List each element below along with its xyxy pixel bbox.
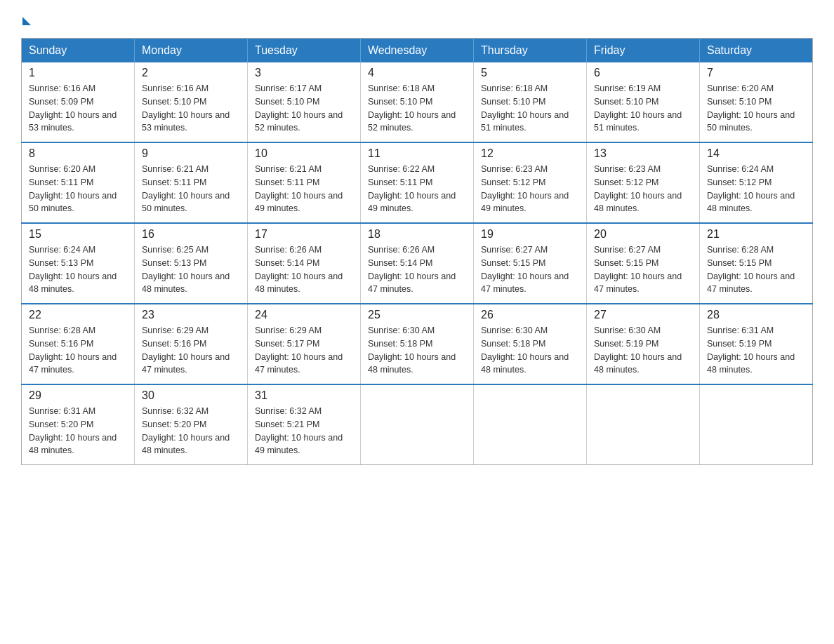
calendar-cell: 21 Sunrise: 6:28 AMSunset: 5:15 PMDaylig…	[700, 223, 813, 304]
day-number: 7	[707, 67, 805, 79]
day-number: 5	[481, 67, 579, 79]
calendar-cell: 10 Sunrise: 6:21 AMSunset: 5:11 PMDaylig…	[248, 142, 361, 223]
day-number: 4	[368, 67, 466, 79]
calendar-cell: 16 Sunrise: 6:25 AMSunset: 5:13 PMDaylig…	[135, 223, 248, 304]
weekday-header-wednesday: Wednesday	[361, 39, 474, 63]
weekday-header-tuesday: Tuesday	[248, 39, 361, 63]
day-number: 9	[142, 147, 240, 160]
day-number: 3	[255, 67, 353, 79]
page-header	[21, 14, 813, 24]
day-number: 1	[29, 67, 127, 79]
calendar-cell: 7 Sunrise: 6:20 AMSunset: 5:10 PMDayligh…	[700, 62, 813, 142]
calendar-cell: 26 Sunrise: 6:30 AMSunset: 5:18 PMDaylig…	[474, 304, 587, 384]
calendar-cell	[361, 384, 474, 465]
day-info: Sunrise: 6:22 AMSunset: 5:11 PMDaylight:…	[368, 163, 466, 215]
calendar-cell: 31 Sunrise: 6:32 AMSunset: 5:21 PMDaylig…	[248, 384, 361, 465]
day-number: 27	[594, 309, 692, 321]
calendar-cell: 3 Sunrise: 6:17 AMSunset: 5:10 PMDayligh…	[248, 62, 361, 142]
calendar-cell: 23 Sunrise: 6:29 AMSunset: 5:16 PMDaylig…	[135, 304, 248, 384]
day-number: 31	[255, 389, 353, 402]
day-info: Sunrise: 6:32 AMSunset: 5:20 PMDaylight:…	[142, 405, 240, 457]
calendar-cell: 11 Sunrise: 6:22 AMSunset: 5:11 PMDaylig…	[361, 142, 474, 223]
day-number: 30	[142, 389, 240, 402]
day-info: Sunrise: 6:23 AMSunset: 5:12 PMDaylight:…	[594, 163, 692, 215]
day-info: Sunrise: 6:26 AMSunset: 5:14 PMDaylight:…	[255, 243, 353, 296]
day-number: 13	[594, 147, 692, 160]
day-info: Sunrise: 6:32 AMSunset: 5:21 PMDaylight:…	[255, 405, 353, 457]
calendar-cell: 24 Sunrise: 6:29 AMSunset: 5:17 PMDaylig…	[248, 304, 361, 384]
day-info: Sunrise: 6:18 AMSunset: 5:10 PMDaylight:…	[368, 82, 466, 135]
calendar-cell: 5 Sunrise: 6:18 AMSunset: 5:10 PMDayligh…	[474, 62, 587, 142]
day-number: 11	[368, 147, 466, 160]
day-info: Sunrise: 6:25 AMSunset: 5:13 PMDaylight:…	[142, 243, 240, 296]
day-info: Sunrise: 6:30 AMSunset: 5:18 PMDaylight:…	[481, 324, 579, 377]
weekday-header-sunday: Sunday	[22, 39, 135, 63]
day-number: 19	[481, 228, 579, 241]
calendar-table: SundayMondayTuesdayWednesdayThursdayFrid…	[21, 38, 813, 465]
day-info: Sunrise: 6:20 AMSunset: 5:11 PMDaylight:…	[29, 163, 127, 215]
calendar-cell: 27 Sunrise: 6:30 AMSunset: 5:19 PMDaylig…	[587, 304, 700, 384]
day-info: Sunrise: 6:24 AMSunset: 5:13 PMDaylight:…	[29, 243, 127, 296]
day-number: 2	[142, 67, 240, 79]
calendar-cell: 6 Sunrise: 6:19 AMSunset: 5:10 PMDayligh…	[587, 62, 700, 142]
day-info: Sunrise: 6:20 AMSunset: 5:10 PMDaylight:…	[707, 82, 805, 135]
day-number: 25	[368, 309, 466, 321]
day-info: Sunrise: 6:17 AMSunset: 5:10 PMDaylight:…	[255, 82, 353, 135]
day-number: 16	[142, 228, 240, 241]
calendar-week-row: 29 Sunrise: 6:31 AMSunset: 5:20 PMDaylig…	[22, 384, 813, 465]
calendar-cell: 2 Sunrise: 6:16 AMSunset: 5:10 PMDayligh…	[135, 62, 248, 142]
calendar-cell: 20 Sunrise: 6:27 AMSunset: 5:15 PMDaylig…	[587, 223, 700, 304]
day-info: Sunrise: 6:16 AMSunset: 5:10 PMDaylight:…	[142, 82, 240, 135]
day-info: Sunrise: 6:28 AMSunset: 5:15 PMDaylight:…	[707, 243, 805, 296]
calendar-cell: 28 Sunrise: 6:31 AMSunset: 5:19 PMDaylig…	[700, 304, 813, 384]
day-number: 15	[29, 228, 127, 241]
day-number: 6	[594, 67, 692, 79]
logo-arrow-icon	[22, 17, 31, 25]
weekday-header-friday: Friday	[587, 39, 700, 63]
day-info: Sunrise: 6:29 AMSunset: 5:16 PMDaylight:…	[142, 324, 240, 377]
calendar-cell	[474, 384, 587, 465]
calendar-cell: 1 Sunrise: 6:16 AMSunset: 5:09 PMDayligh…	[22, 62, 135, 142]
day-number: 8	[29, 147, 127, 160]
calendar-cell: 13 Sunrise: 6:23 AMSunset: 5:12 PMDaylig…	[587, 142, 700, 223]
day-info: Sunrise: 6:31 AMSunset: 5:20 PMDaylight:…	[29, 405, 127, 457]
day-number: 29	[29, 389, 127, 402]
weekday-header-monday: Monday	[135, 39, 248, 63]
weekday-header-row: SundayMondayTuesdayWednesdayThursdayFrid…	[22, 39, 813, 63]
day-info: Sunrise: 6:23 AMSunset: 5:12 PMDaylight:…	[481, 163, 579, 215]
calendar-cell: 17 Sunrise: 6:26 AMSunset: 5:14 PMDaylig…	[248, 223, 361, 304]
day-info: Sunrise: 6:30 AMSunset: 5:18 PMDaylight:…	[368, 324, 466, 377]
day-info: Sunrise: 6:19 AMSunset: 5:10 PMDaylight:…	[594, 82, 692, 135]
day-number: 12	[481, 147, 579, 160]
day-info: Sunrise: 6:27 AMSunset: 5:15 PMDaylight:…	[481, 243, 579, 296]
calendar-cell	[700, 384, 813, 465]
day-info: Sunrise: 6:28 AMSunset: 5:16 PMDaylight:…	[29, 324, 127, 377]
logo	[21, 14, 31, 24]
calendar-cell: 30 Sunrise: 6:32 AMSunset: 5:20 PMDaylig…	[135, 384, 248, 465]
calendar-cell	[587, 384, 700, 465]
calendar-cell: 19 Sunrise: 6:27 AMSunset: 5:15 PMDaylig…	[474, 223, 587, 304]
calendar-cell: 4 Sunrise: 6:18 AMSunset: 5:10 PMDayligh…	[361, 62, 474, 142]
day-info: Sunrise: 6:29 AMSunset: 5:17 PMDaylight:…	[255, 324, 353, 377]
weekday-header-saturday: Saturday	[700, 39, 813, 63]
day-info: Sunrise: 6:21 AMSunset: 5:11 PMDaylight:…	[255, 163, 353, 215]
calendar-week-row: 1 Sunrise: 6:16 AMSunset: 5:09 PMDayligh…	[22, 62, 813, 142]
day-info: Sunrise: 6:30 AMSunset: 5:19 PMDaylight:…	[594, 324, 692, 377]
calendar-cell: 14 Sunrise: 6:24 AMSunset: 5:12 PMDaylig…	[700, 142, 813, 223]
day-number: 18	[368, 228, 466, 241]
calendar-cell: 8 Sunrise: 6:20 AMSunset: 5:11 PMDayligh…	[22, 142, 135, 223]
day-number: 21	[707, 228, 805, 241]
day-info: Sunrise: 6:24 AMSunset: 5:12 PMDaylight:…	[707, 163, 805, 215]
calendar-cell: 25 Sunrise: 6:30 AMSunset: 5:18 PMDaylig…	[361, 304, 474, 384]
day-info: Sunrise: 6:18 AMSunset: 5:10 PMDaylight:…	[481, 82, 579, 135]
day-number: 24	[255, 309, 353, 321]
day-number: 17	[255, 228, 353, 241]
calendar-cell: 9 Sunrise: 6:21 AMSunset: 5:11 PMDayligh…	[135, 142, 248, 223]
day-number: 14	[707, 147, 805, 160]
day-number: 20	[594, 228, 692, 241]
day-info: Sunrise: 6:27 AMSunset: 5:15 PMDaylight:…	[594, 243, 692, 296]
day-number: 26	[481, 309, 579, 321]
calendar-cell: 12 Sunrise: 6:23 AMSunset: 5:12 PMDaylig…	[474, 142, 587, 223]
calendar-week-row: 15 Sunrise: 6:24 AMSunset: 5:13 PMDaylig…	[22, 223, 813, 304]
calendar-cell: 29 Sunrise: 6:31 AMSunset: 5:20 PMDaylig…	[22, 384, 135, 465]
